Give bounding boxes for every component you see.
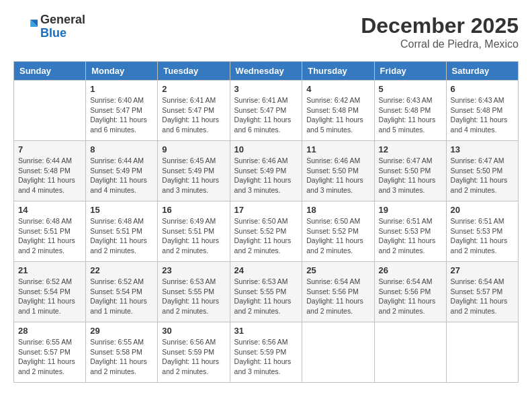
day-number: 7	[18, 144, 81, 154]
day-number: 30	[162, 326, 225, 336]
day-info: Sunrise: 6:42 AMSunset: 5:48 PMDaylight:…	[306, 95, 369, 135]
day-info: Sunrise: 6:41 AMSunset: 5:47 PMDaylight:…	[162, 95, 225, 135]
day-number: 18	[306, 205, 369, 215]
day-number: 20	[451, 205, 514, 215]
day-info: Sunrise: 6:49 AMSunset: 5:51 PMDaylight:…	[162, 216, 225, 256]
day-info: Sunrise: 6:47 AMSunset: 5:50 PMDaylight:…	[379, 156, 442, 195]
day-number: 6	[451, 84, 514, 94]
calendar-week-3: 14Sunrise: 6:48 AMSunset: 5:51 PMDayligh…	[14, 201, 519, 262]
day-info: Sunrise: 6:52 AMSunset: 5:54 PMDaylight:…	[18, 277, 81, 316]
calendar-cell: 8Sunrise: 6:44 AMSunset: 5:49 PMDaylight…	[86, 141, 158, 201]
day-number: 26	[379, 265, 442, 275]
calendar-cell: 18Sunrise: 6:50 AMSunset: 5:52 PMDayligh…	[302, 201, 374, 262]
calendar-cell: 28Sunrise: 6:55 AMSunset: 5:57 PMDayligh…	[14, 322, 86, 383]
day-info: Sunrise: 6:41 AMSunset: 5:47 PMDaylight:…	[234, 95, 298, 135]
calendar-table: Sunday Monday Tuesday Wednesday Thursday…	[13, 61, 519, 383]
col-saturday: Saturday	[446, 62, 518, 81]
day-number: 14	[18, 205, 81, 215]
calendar-cell: 17Sunrise: 6:50 AMSunset: 5:52 PMDayligh…	[230, 201, 302, 262]
col-tuesday: Tuesday	[158, 62, 230, 81]
day-number: 24	[234, 265, 298, 275]
calendar-cell: 10Sunrise: 6:46 AMSunset: 5:49 PMDayligh…	[230, 141, 302, 201]
day-number: 25	[306, 265, 369, 275]
day-number: 22	[90, 265, 153, 275]
title-block: December 2025 Corral de Piedra, Mexico	[361, 13, 519, 50]
calendar-header-row: Sunday Monday Tuesday Wednesday Thursday…	[14, 62, 519, 81]
calendar-cell: 7Sunrise: 6:44 AMSunset: 5:48 PMDaylight…	[14, 141, 86, 201]
day-number: 5	[379, 84, 442, 94]
day-number: 10	[234, 144, 298, 154]
day-info: Sunrise: 6:46 AMSunset: 5:49 PMDaylight:…	[234, 156, 298, 195]
calendar-cell: 26Sunrise: 6:54 AMSunset: 5:56 PMDayligh…	[374, 262, 446, 322]
day-number: 12	[379, 144, 442, 154]
calendar-cell: 6Sunrise: 6:43 AMSunset: 5:48 PMDaylight…	[446, 81, 518, 141]
calendar-cell: 12Sunrise: 6:47 AMSunset: 5:50 PMDayligh…	[374, 141, 446, 201]
day-info: Sunrise: 6:44 AMSunset: 5:49 PMDaylight:…	[90, 156, 153, 195]
day-info: Sunrise: 6:53 AMSunset: 5:55 PMDaylight:…	[162, 277, 225, 316]
day-number: 28	[18, 326, 81, 336]
day-info: Sunrise: 6:48 AMSunset: 5:51 PMDaylight:…	[18, 216, 81, 256]
day-number: 16	[162, 205, 225, 215]
calendar-week-2: 7Sunrise: 6:44 AMSunset: 5:48 PMDaylight…	[14, 141, 519, 201]
day-number: 8	[90, 144, 153, 154]
calendar-cell: 21Sunrise: 6:52 AMSunset: 5:54 PMDayligh…	[14, 262, 86, 322]
day-info: Sunrise: 6:51 AMSunset: 5:53 PMDaylight:…	[451, 216, 514, 256]
logo-text: General Blue	[40, 13, 85, 40]
day-number: 27	[451, 265, 514, 275]
calendar-cell: 14Sunrise: 6:48 AMSunset: 5:51 PMDayligh…	[14, 201, 86, 262]
day-info: Sunrise: 6:55 AMSunset: 5:58 PMDaylight:…	[90, 337, 153, 377]
calendar-cell: 29Sunrise: 6:55 AMSunset: 5:58 PMDayligh…	[86, 322, 158, 383]
day-info: Sunrise: 6:44 AMSunset: 5:48 PMDaylight:…	[18, 156, 81, 195]
day-number: 31	[234, 326, 298, 336]
day-number: 11	[306, 144, 369, 154]
calendar-cell	[446, 322, 518, 383]
calendar-cell: 22Sunrise: 6:52 AMSunset: 5:54 PMDayligh…	[86, 262, 158, 322]
calendar-cell: 31Sunrise: 6:56 AMSunset: 5:59 PMDayligh…	[230, 322, 302, 383]
day-number: 13	[451, 144, 514, 154]
day-info: Sunrise: 6:54 AMSunset: 5:57 PMDaylight:…	[451, 277, 514, 316]
calendar-week-1: 1Sunrise: 6:40 AMSunset: 5:47 PMDaylight…	[14, 81, 519, 141]
page-header: General Blue December 2025 Corral de Pie…	[13, 13, 519, 50]
day-number: 2	[162, 84, 225, 94]
day-number: 21	[18, 265, 81, 275]
day-info: Sunrise: 6:54 AMSunset: 5:56 PMDaylight:…	[306, 277, 369, 316]
day-info: Sunrise: 6:47 AMSunset: 5:50 PMDaylight:…	[451, 156, 514, 195]
calendar-cell	[14, 81, 86, 141]
day-info: Sunrise: 6:56 AMSunset: 5:59 PMDaylight:…	[162, 337, 225, 377]
day-info: Sunrise: 6:43 AMSunset: 5:48 PMDaylight:…	[451, 95, 514, 135]
logo-general: General	[40, 13, 85, 27]
calendar-cell: 23Sunrise: 6:53 AMSunset: 5:55 PMDayligh…	[158, 262, 230, 322]
day-info: Sunrise: 6:45 AMSunset: 5:49 PMDaylight:…	[162, 156, 225, 195]
day-info: Sunrise: 6:50 AMSunset: 5:52 PMDaylight:…	[234, 216, 298, 256]
col-sunday: Sunday	[14, 62, 86, 81]
day-number: 4	[306, 84, 369, 94]
day-info: Sunrise: 6:53 AMSunset: 5:55 PMDaylight:…	[234, 277, 298, 316]
day-info: Sunrise: 6:56 AMSunset: 5:59 PMDaylight:…	[234, 337, 298, 377]
calendar-cell: 4Sunrise: 6:42 AMSunset: 5:48 PMDaylight…	[302, 81, 374, 141]
day-info: Sunrise: 6:51 AMSunset: 5:53 PMDaylight:…	[379, 216, 442, 256]
calendar-cell: 2Sunrise: 6:41 AMSunset: 5:47 PMDaylight…	[158, 81, 230, 141]
calendar-cell: 5Sunrise: 6:43 AMSunset: 5:48 PMDaylight…	[374, 81, 446, 141]
day-number: 23	[162, 265, 225, 275]
calendar-cell: 19Sunrise: 6:51 AMSunset: 5:53 PMDayligh…	[374, 201, 446, 262]
calendar-cell: 11Sunrise: 6:46 AMSunset: 5:50 PMDayligh…	[302, 141, 374, 201]
day-info: Sunrise: 6:43 AMSunset: 5:48 PMDaylight:…	[379, 95, 442, 135]
calendar-cell: 9Sunrise: 6:45 AMSunset: 5:49 PMDaylight…	[158, 141, 230, 201]
calendar-cell	[302, 322, 374, 383]
day-number: 3	[234, 84, 298, 94]
col-friday: Friday	[374, 62, 446, 81]
col-thursday: Thursday	[302, 62, 374, 81]
day-info: Sunrise: 6:54 AMSunset: 5:56 PMDaylight:…	[379, 277, 442, 316]
calendar-cell: 16Sunrise: 6:49 AMSunset: 5:51 PMDayligh…	[158, 201, 230, 262]
calendar-week-5: 28Sunrise: 6:55 AMSunset: 5:57 PMDayligh…	[14, 322, 519, 383]
col-wednesday: Wednesday	[230, 62, 302, 81]
day-number: 9	[162, 144, 225, 154]
col-monday: Monday	[86, 62, 158, 81]
calendar-cell: 30Sunrise: 6:56 AMSunset: 5:59 PMDayligh…	[158, 322, 230, 383]
calendar-cell: 27Sunrise: 6:54 AMSunset: 5:57 PMDayligh…	[446, 262, 518, 322]
day-info: Sunrise: 6:40 AMSunset: 5:47 PMDaylight:…	[90, 95, 153, 135]
calendar-week-4: 21Sunrise: 6:52 AMSunset: 5:54 PMDayligh…	[14, 262, 519, 322]
day-info: Sunrise: 6:52 AMSunset: 5:54 PMDaylight:…	[90, 277, 153, 316]
day-number: 1	[90, 84, 153, 94]
day-number: 29	[90, 326, 153, 336]
